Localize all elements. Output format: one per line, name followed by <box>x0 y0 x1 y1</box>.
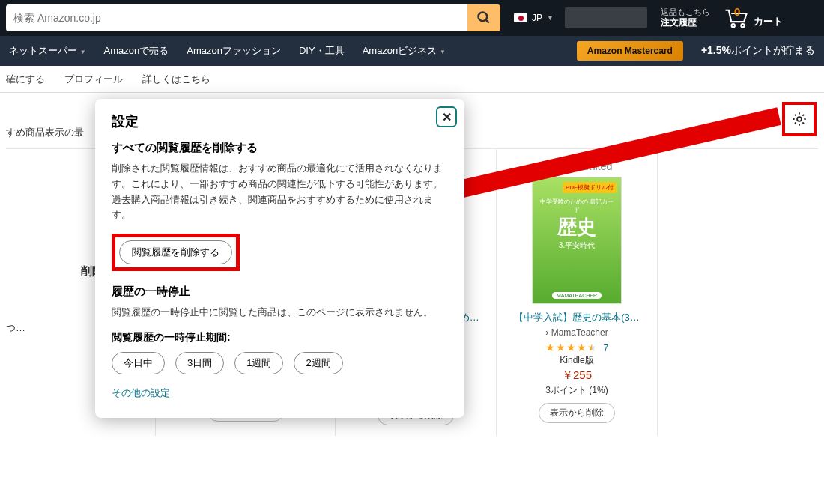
mastercard-badge[interactable]: Amazon Mastercard <box>577 41 683 61</box>
price: ￥255 <box>562 368 592 383</box>
points: 3ポイント (1%) <box>545 384 608 397</box>
delete-heading: すべての閲覧履歴を削除する <box>112 141 448 155</box>
pause-options: 今日中 3日間 1週間 2週間 <box>112 352 448 374</box>
product-author[interactable]: › MamaTeacher <box>545 327 608 338</box>
subnav-item[interactable]: プロフィール <box>64 73 123 86</box>
delete-highlight-box: 閲覧履歴を削除する <box>112 234 240 271</box>
gear-icon[interactable] <box>791 111 808 127</box>
pause-description: 閲覧履歴の一時停止中に閲覧した商品は、このページに表示されません。 <box>112 305 448 321</box>
pause-option[interactable]: 1週間 <box>234 352 283 374</box>
header-top: JP ▼ 返品もこちら 注文履歴 0 カート <box>0 0 824 36</box>
svg-point-3 <box>741 24 744 27</box>
pause-option[interactable]: 今日中 <box>112 352 165 374</box>
orders-small: 返品もこちら <box>661 7 710 17</box>
more-settings-link[interactable]: その他の設定 <box>112 386 170 400</box>
star-rating: ★★★★★ <box>545 341 597 353</box>
settings-highlight-box <box>782 102 817 136</box>
svg-line-1 <box>486 20 489 23</box>
cart-label: カート <box>754 15 783 28</box>
settings-modal: ✕ 設定 すべての閲覧履歴を削除する 削除された閲覧履歴情報は、おすすめ商品の最… <box>95 99 464 418</box>
product-card: kindleunlimited PDF模擬ドリル付 中学受験のための 暗記カード… <box>497 149 658 436</box>
orders-label: 注文履歴 <box>661 17 710 29</box>
format: Kindle版 <box>560 354 593 367</box>
cart-count: 0 <box>734 5 740 18</box>
svg-point-2 <box>732 24 735 27</box>
sub-nav: 確にする プロフィール 詳しくはこちら <box>0 66 824 93</box>
pause-option[interactable]: 3日間 <box>175 352 224 374</box>
nav-item[interactable]: ネットスーパー ▼ <box>9 44 86 58</box>
subnav-item[interactable]: 詳しくはこちら <box>142 73 210 86</box>
nav-item[interactable]: Amazonビジネス ▼ <box>363 44 446 58</box>
language-selector[interactable]: JP ▼ <box>514 13 554 23</box>
svg-point-0 <box>479 13 488 22</box>
search-bar <box>6 4 500 31</box>
review-count: 7 <box>603 343 608 353</box>
product-title[interactable]: 【中学入試】歴史の基本(3… <box>514 312 640 324</box>
nav-item[interactable]: DIY・工具 <box>299 44 345 58</box>
close-button[interactable]: ✕ <box>436 106 457 127</box>
pause-option[interactable]: 2週間 <box>294 352 342 374</box>
lang-code: JP <box>532 13 542 23</box>
jp-flag-icon <box>514 13 527 22</box>
remove-button[interactable]: 表示から削除 <box>539 403 615 423</box>
chevron-down-icon: ▼ <box>547 14 554 22</box>
chevron-down-icon: ▼ <box>80 49 86 55</box>
rating-row[interactable]: ★★★★★ 7 <box>545 341 608 354</box>
chevron-down-icon: ▼ <box>440 49 446 55</box>
cart-link[interactable]: 0 カート <box>724 7 783 28</box>
modal-title: 設定 <box>112 112 448 130</box>
period-heading: 閲覧履歴の一時停止期間: <box>112 331 448 344</box>
search-input[interactable] <box>6 4 467 31</box>
search-button[interactable] <box>467 4 500 31</box>
search-icon <box>476 10 491 25</box>
orders-link[interactable]: 返品もこちら 注文履歴 <box>661 7 710 29</box>
delete-history-button[interactable]: 閲覧履歴を削除する <box>119 240 232 264</box>
nav-item[interactable]: Amazonファッション <box>187 44 281 58</box>
promo-text: +1.5%ポイントが貯まる <box>701 44 815 58</box>
nav-item[interactable]: Amazonで売る <box>104 44 169 58</box>
pause-heading: 履歴の一時停止 <box>112 285 448 299</box>
svg-point-4 <box>797 117 802 121</box>
account-menu[interactable] <box>565 7 647 28</box>
subnav-item[interactable]: 確にする <box>6 73 45 86</box>
header-nav: ネットスーパー ▼ Amazonで売る Amazonファッション DIY・工具 … <box>0 36 824 66</box>
truncated-left: つ… <box>6 149 28 436</box>
book-cover[interactable]: PDF模擬ドリル付 中学受験のための 暗記カード 歴史 3.平安時代 MAMAT… <box>532 177 622 304</box>
kindle-unlimited-logo: kindleunlimited <box>542 160 613 172</box>
delete-description: 削除された閲覧履歴情報は、おすすめ商品の最適化にて活用されなくなります。これによ… <box>112 161 448 223</box>
